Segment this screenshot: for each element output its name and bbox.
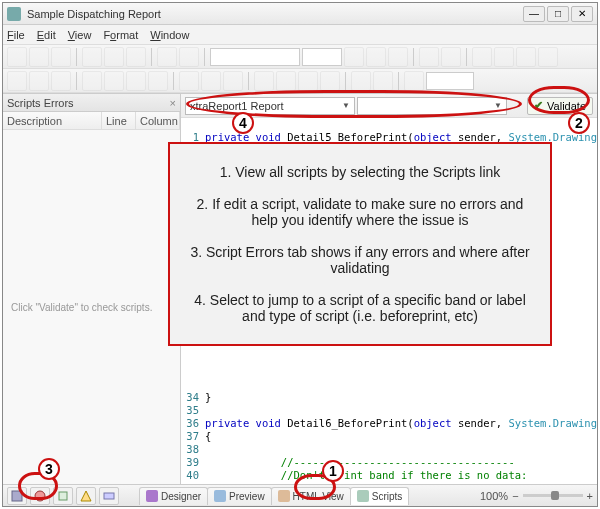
mark-number-2: 2 (568, 112, 590, 134)
zoom-in-icon[interactable]: + (587, 490, 593, 502)
panel-title: Scripts Errors (7, 94, 74, 111)
tool-order1[interactable] (351, 71, 371, 91)
html-icon (278, 490, 290, 502)
svg-marker-3 (81, 491, 91, 501)
tool-align3[interactable] (126, 71, 146, 91)
zoom-combo[interactable] (426, 72, 474, 90)
close-button[interactable]: ✕ (571, 6, 593, 22)
col-line[interactable]: Line (102, 112, 136, 129)
titlebar: Sample Dispatching Report — □ ✕ (3, 3, 597, 25)
tool-space1[interactable] (254, 71, 274, 91)
zoom-slider[interactable] (523, 494, 583, 497)
tool-align-just[interactable] (538, 47, 558, 67)
tool-bgcolor[interactable] (441, 47, 461, 67)
tool-underline[interactable] (388, 47, 408, 67)
app-icon (7, 7, 21, 21)
tool-zoom[interactable] (404, 71, 424, 91)
separator (345, 72, 346, 90)
status-btn-4[interactable] (76, 487, 96, 505)
col-description[interactable]: Description (3, 112, 102, 129)
tool-icon (57, 490, 69, 502)
tool-color[interactable] (419, 47, 439, 67)
validate-hint: Click "Validate" to check scripts. (3, 262, 160, 353)
separator (204, 48, 205, 66)
tool-space4[interactable] (320, 71, 340, 91)
menu-format[interactable]: Format (103, 29, 138, 41)
tool-open[interactable] (29, 47, 49, 67)
designer-icon (146, 490, 158, 502)
zoom-value: 100% (480, 490, 508, 502)
mark-number-3: 3 (38, 458, 60, 480)
tool-size3[interactable] (223, 71, 243, 91)
svg-rect-4 (104, 493, 114, 499)
tool-bold[interactable] (344, 47, 364, 67)
tool-align-left[interactable] (472, 47, 492, 67)
callout-line-2: 2. If edit a script, validate to make su… (184, 196, 536, 228)
separator (76, 72, 77, 90)
menu-file[interactable]: File (7, 29, 25, 41)
tool-align4[interactable] (148, 71, 168, 91)
menu-view[interactable]: View (68, 29, 92, 41)
view-tabs: Designer Preview HTML View Scripts (139, 487, 408, 505)
col-column[interactable]: Column (136, 112, 180, 129)
separator (151, 48, 152, 66)
window-title: Sample Dispatching Report (27, 8, 521, 20)
tool-space3[interactable] (298, 71, 318, 91)
scripts-icon (357, 490, 369, 502)
tool-undo[interactable] (157, 47, 177, 67)
tool-cut[interactable] (82, 47, 102, 67)
scripts-errors-header: Scripts Errors × (3, 94, 180, 112)
tool-icon (103, 490, 115, 502)
tool-align2[interactable] (104, 71, 124, 91)
callout-line-3: 3. Script Errors tab shows if any errors… (184, 244, 536, 276)
tab-scripts[interactable]: Scripts (350, 487, 410, 505)
tool-size2[interactable] (201, 71, 221, 91)
separator (173, 72, 174, 90)
mark-number-1: 1 (322, 460, 344, 482)
tool-size1[interactable] (179, 71, 199, 91)
tool-copy[interactable] (104, 47, 124, 67)
tool-grid3[interactable] (51, 71, 71, 91)
zoom-out-icon[interactable]: − (512, 490, 518, 502)
callout-line-4: 4. Select to jump to a script of a speci… (184, 292, 536, 324)
tab-designer[interactable]: Designer (139, 487, 208, 505)
callout-line-1: 1. View all scripts by selecting the Scr… (184, 164, 536, 180)
tool-icon (80, 490, 92, 502)
tool-paste[interactable] (126, 47, 146, 67)
tool-order2[interactable] (373, 71, 393, 91)
mark-ring-2 (528, 86, 590, 114)
font-combo[interactable] (210, 48, 300, 66)
menubar: File Edit View Format Window (3, 25, 597, 45)
tool-align1[interactable] (82, 71, 102, 91)
separator (398, 72, 399, 90)
panel-close-icon[interactable]: × (170, 94, 176, 111)
separator (466, 48, 467, 66)
status-btn-5[interactable] (99, 487, 119, 505)
svg-rect-2 (59, 492, 67, 500)
errors-columns: Description Line Column (3, 112, 180, 130)
minimize-button[interactable]: — (523, 6, 545, 22)
separator (76, 48, 77, 66)
tool-redo[interactable] (179, 47, 199, 67)
preview-icon (214, 490, 226, 502)
separator (248, 72, 249, 90)
tool-grid2[interactable] (29, 71, 49, 91)
tool-align-right[interactable] (516, 47, 536, 67)
menu-window[interactable]: Window (150, 29, 189, 41)
separator (413, 48, 414, 66)
size-combo[interactable] (302, 48, 342, 66)
annotation-callout: 1. View all scripts by selecting the Scr… (168, 142, 552, 346)
menu-edit[interactable]: Edit (37, 29, 56, 41)
tool-grid1[interactable] (7, 71, 27, 91)
maximize-button[interactable]: □ (547, 6, 569, 22)
tool-save[interactable] (51, 47, 71, 67)
tool-align-center[interactable] (494, 47, 514, 67)
tool-new[interactable] (7, 47, 27, 67)
tool-space2[interactable] (276, 71, 296, 91)
zoom-control[interactable]: 100% − + (480, 490, 593, 502)
scripts-errors-panel: Scripts Errors × Description Line Column… (3, 94, 181, 484)
toolbar-1 (3, 45, 597, 69)
tab-preview[interactable]: Preview (207, 487, 272, 505)
tool-italic[interactable] (366, 47, 386, 67)
mark-number-4: 4 (232, 112, 254, 134)
